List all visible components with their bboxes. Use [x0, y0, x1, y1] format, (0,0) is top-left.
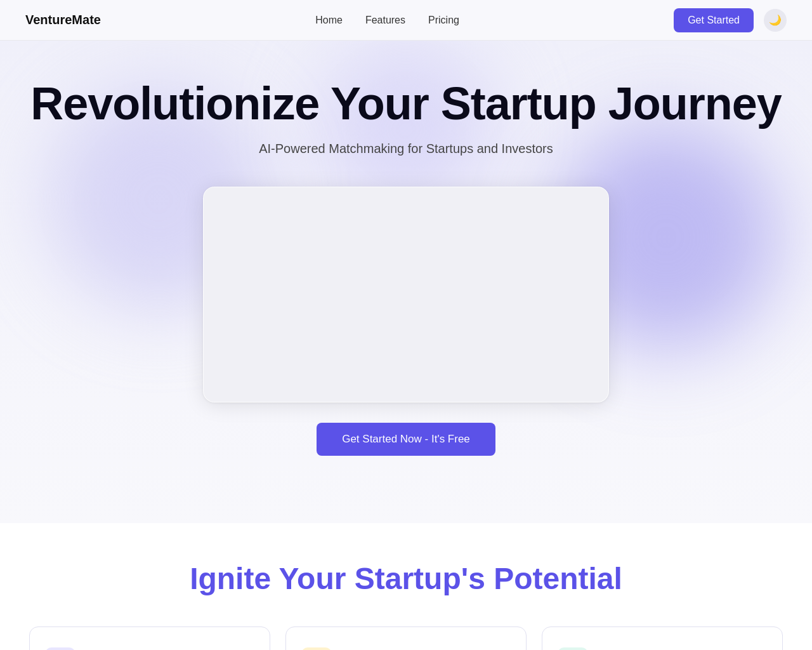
hero-preview-card — [203, 187, 609, 402]
features-section: Ignite Your Startup's Potential 🚀 ⚡ 🎯 — [0, 523, 812, 650]
dark-mode-toggle[interactable]: 🌙 — [764, 9, 787, 32]
nav-features[interactable]: Features — [365, 15, 405, 26]
feature-card-1: ⚡ — [285, 627, 527, 650]
feature-icon-1: ⚡ — [301, 647, 332, 650]
feature-icon-0: 🚀 — [45, 647, 75, 650]
feature-card-2: 🎯 — [542, 627, 783, 650]
brand-logo[interactable]: VentureMate — [25, 13, 101, 27]
nav-pricing[interactable]: Pricing — [428, 15, 459, 26]
features-cards: 🚀 ⚡ 🎯 — [25, 627, 787, 650]
navbar: VentureMate Home Features Pricing Get St… — [0, 0, 812, 41]
nav-home[interactable]: Home — [315, 15, 343, 26]
feature-card-0: 🚀 — [29, 627, 270, 650]
nav-right: Get Started 🌙 — [674, 8, 787, 32]
nav-get-started-button[interactable]: Get Started — [674, 8, 754, 32]
hero-section: Revolutionize Your Startup Journey AI-Po… — [0, 41, 812, 523]
hero-subtitle: AI-Powered Matchmaking for Startups and … — [25, 142, 787, 156]
features-title: Ignite Your Startup's Potential — [25, 561, 787, 596]
moon-icon: 🌙 — [769, 14, 782, 26]
nav-links: Home Features Pricing — [315, 15, 459, 26]
feature-icon-2: 🎯 — [558, 647, 588, 650]
hero-cta-button[interactable]: Get Started Now - It's Free — [317, 423, 495, 456]
hero-title: Revolutionize Your Startup Journey — [25, 79, 787, 129]
